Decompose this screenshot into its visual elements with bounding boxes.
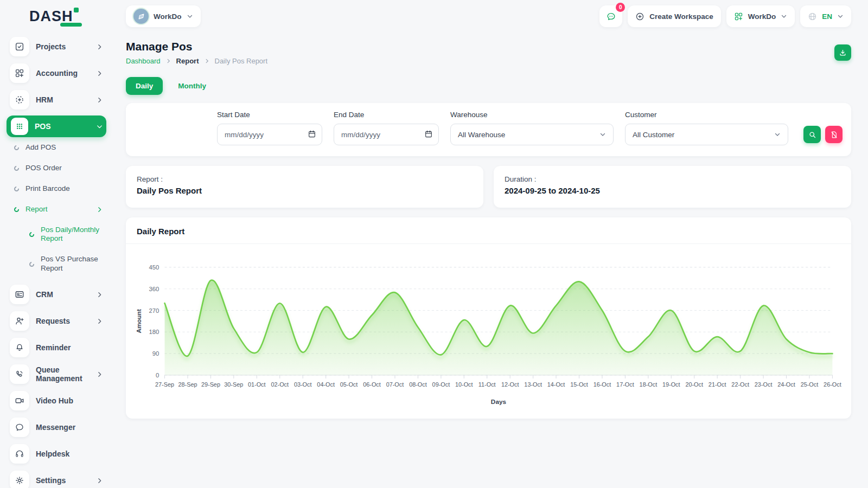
sidebar-item-crm[interactable]: CRM bbox=[7, 284, 106, 305]
duration-summary-card: Duration : 2024-09-25 to 2024-10-25 bbox=[494, 166, 851, 208]
svg-text:17-Oct: 17-Oct bbox=[616, 381, 634, 388]
workspace-name: WorkDo bbox=[154, 12, 182, 21]
svg-text:06-Oct: 06-Oct bbox=[363, 381, 381, 388]
sidebar-subitem-add-pos[interactable]: Add POS bbox=[7, 142, 106, 153]
sidebar-item-label: Requests bbox=[36, 317, 90, 325]
start-date-label: Start Date bbox=[217, 111, 322, 119]
sidebar-item-requests[interactable]: Requests bbox=[7, 310, 106, 332]
customer-label: Customer bbox=[625, 111, 788, 119]
svg-text:27-Sep: 27-Sep bbox=[155, 381, 174, 388]
sidebar-subitem-pos-order[interactable]: POS Order bbox=[7, 163, 106, 174]
bell-icon bbox=[10, 338, 29, 357]
tab-monthly[interactable]: Monthly bbox=[168, 77, 216, 95]
svg-text:Days: Days bbox=[491, 398, 507, 405]
svg-text:09-Oct: 09-Oct bbox=[432, 381, 450, 388]
sidebar-item-video-hub[interactable]: Video Hub bbox=[7, 390, 106, 412]
sidebar: DASH Projects Accounting HRM POS bbox=[0, 0, 113, 488]
sidebar-subitem-print-barcode[interactable]: Print Barcode bbox=[7, 183, 106, 195]
chevron-down-icon bbox=[187, 13, 193, 20]
svg-text:360: 360 bbox=[149, 286, 159, 292]
svg-text:0: 0 bbox=[156, 372, 159, 378]
svg-text:Amount: Amount bbox=[135, 309, 142, 333]
logo-text: DASH bbox=[29, 8, 73, 25]
breadcrumb-report-link[interactable]: Report bbox=[176, 57, 199, 65]
phone-call-icon bbox=[10, 364, 29, 384]
customer-field: Customer All Customer bbox=[625, 111, 788, 145]
dots-grid-icon bbox=[11, 118, 28, 135]
end-date-input[interactable] bbox=[334, 124, 439, 145]
daily-report-chart-card: Daily Report 090180270360450 27-Sep28-Se… bbox=[126, 217, 851, 419]
sidebar-item-label: Messenger bbox=[36, 423, 103, 432]
page-head: Manage Pos Dashboard Report Daily Pos Re… bbox=[126, 40, 851, 65]
report-summary-card: Report : Daily Pos Report bbox=[126, 166, 483, 208]
download-button[interactable] bbox=[834, 44, 851, 61]
app-menu-button[interactable]: WorkDo bbox=[726, 5, 795, 27]
customer-select[interactable]: All Customer bbox=[625, 124, 788, 145]
svg-text:450: 450 bbox=[149, 264, 159, 271]
svg-text:22-Oct: 22-Oct bbox=[731, 381, 749, 388]
sidebar-item-label: Settings bbox=[36, 476, 90, 485]
warehouse-select[interactable]: All Warehouse bbox=[450, 124, 614, 145]
svg-text:13-Oct: 13-Oct bbox=[524, 381, 542, 388]
start-date-input[interactable] bbox=[217, 124, 322, 145]
language-selector[interactable]: EN bbox=[800, 5, 851, 27]
svg-text:180: 180 bbox=[149, 329, 159, 335]
logo[interactable]: DASH bbox=[7, 0, 106, 33]
sidebar-item-reminder[interactable]: Reminder bbox=[7, 337, 106, 358]
sidebar-subitem-pos-vs-purchase-report[interactable]: Pos VS Purchase Report bbox=[7, 254, 106, 274]
reset-filter-button[interactable] bbox=[825, 126, 843, 143]
end-date-field: End Date bbox=[334, 111, 439, 145]
checkbox-icon bbox=[10, 37, 29, 56]
svg-text:04-Oct: 04-Oct bbox=[317, 381, 335, 388]
svg-text:02-Oct: 02-Oct bbox=[271, 381, 289, 388]
svg-text:05-Oct: 05-Oct bbox=[340, 381, 358, 388]
warehouse-label: Warehouse bbox=[450, 111, 614, 119]
grid-plus-icon bbox=[734, 12, 743, 21]
chevron-right-icon bbox=[96, 477, 103, 484]
chevron-right-icon bbox=[96, 291, 103, 298]
sidebar-item-queue-management[interactable]: Queue Management bbox=[7, 363, 106, 385]
svg-text:15-Oct: 15-Oct bbox=[570, 381, 588, 388]
sidebar-item-label: HRM bbox=[36, 95, 90, 104]
sidebar-item-projects[interactable]: Projects bbox=[7, 36, 106, 57]
bullet-icon bbox=[14, 166, 19, 171]
messages-button[interactable]: 0 bbox=[599, 5, 622, 27]
sidebar-item-label: Projects bbox=[36, 42, 90, 51]
chevron-right-icon bbox=[96, 43, 103, 50]
end-date-label: End Date bbox=[334, 111, 439, 119]
create-workspace-button[interactable]: Create Workspace bbox=[628, 5, 721, 27]
svg-text:18-Oct: 18-Oct bbox=[640, 381, 658, 388]
sidebar-item-label: Helpdesk bbox=[36, 450, 103, 458]
report-value: Daily Pos Report bbox=[137, 186, 473, 195]
sidebar-item-pos[interactable]: POS bbox=[7, 115, 106, 137]
chevron-right-icon bbox=[96, 206, 103, 213]
sidebar-item-helpdesk[interactable]: Helpdesk bbox=[7, 443, 106, 465]
svg-text:30-Sep: 30-Sep bbox=[224, 381, 243, 388]
workspace-selector[interactable]: WorkDo bbox=[126, 5, 201, 27]
svg-text:10-Oct: 10-Oct bbox=[455, 381, 473, 388]
chat-bubble-icon bbox=[10, 418, 29, 437]
sidebar-item-label: Queue Management bbox=[36, 365, 90, 383]
chevron-down-icon bbox=[837, 13, 844, 20]
sidebar-item-accounting[interactable]: Accounting bbox=[7, 62, 106, 84]
sidebar-item-messenger[interactable]: Messenger bbox=[7, 416, 106, 438]
breadcrumb-dashboard-link[interactable]: Dashboard bbox=[126, 57, 161, 65]
sidebar-item-label: CRM bbox=[36, 290, 90, 299]
sidebar-item-label: Reminder bbox=[36, 343, 103, 352]
svg-text:14-Oct: 14-Oct bbox=[547, 381, 565, 388]
sidebar-item-settings[interactable]: Settings bbox=[7, 470, 106, 488]
sidebar-item-hrm[interactable]: HRM bbox=[7, 89, 106, 111]
filter-card: Start Date End Date Warehouse All Wareho… bbox=[126, 103, 851, 156]
svg-text:29-Sep: 29-Sep bbox=[201, 381, 220, 388]
breadcrumb-current: Daily Pos Report bbox=[215, 57, 268, 65]
subitem-label: Add POS bbox=[25, 143, 103, 152]
bullet-icon bbox=[29, 232, 34, 237]
sidebar-subitem-report[interactable]: Report bbox=[7, 204, 106, 215]
report-label: Report : bbox=[137, 175, 473, 183]
breadcrumb: Dashboard Report Daily Pos Report bbox=[126, 57, 267, 65]
search-button[interactable] bbox=[803, 126, 821, 143]
daily-report-area-chart: 090180270360450 27-Sep28-Sep29-Sep30-Sep… bbox=[126, 244, 851, 419]
chevron-down-icon bbox=[774, 131, 781, 138]
tab-daily[interactable]: Daily bbox=[126, 77, 163, 95]
sidebar-subitem-pos-daily-monthly-report[interactable]: Pos Daily/Monthly Report bbox=[7, 224, 106, 245]
